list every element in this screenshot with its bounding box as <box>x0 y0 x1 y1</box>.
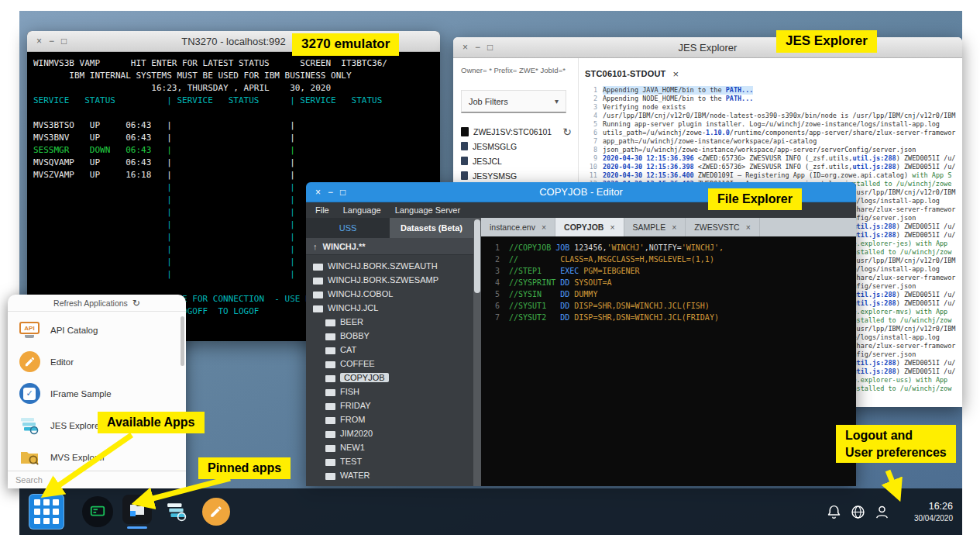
app-label: JES Explorer <box>50 421 102 430</box>
editor-file-tab[interactable]: ZWESVSTC <box>686 218 759 236</box>
editor-file-tab[interactable]: instance.env <box>481 218 555 236</box>
folder-icon <box>325 347 335 354</box>
explorer-mode-tab[interactable]: Datasets (Beta) <box>390 218 473 238</box>
line-number: 2 <box>585 95 597 103</box>
minimize-button[interactable]: − <box>475 43 480 52</box>
dataset-tree-item[interactable]: WATER <box>306 468 473 482</box>
editor-file-tab[interactable]: SAMPLE <box>624 218 686 236</box>
file-icon <box>461 142 468 150</box>
scrollbar-thumb[interactable] <box>474 219 480 293</box>
editor-pencil-icon <box>202 498 230 526</box>
dataset-tree-item[interactable]: JIM2020 <box>306 426 473 440</box>
dataset-tree-item[interactable]: FRIDAY <box>306 398 473 412</box>
dataset-tree-item[interactable]: NEW1 <box>306 440 473 454</box>
dataset-tree-item[interactable]: WINCHJ.BORK.SZWEAUTH <box>306 259 473 273</box>
dataset-tree-item[interactable]: WINCHJ.BORK.SZWESAMP <box>306 273 473 287</box>
code-line: 7 //SYSUT2 DD DISP=SHR,DSN=WINCHJ.JCL(FR… <box>481 312 856 323</box>
minimize-button[interactable]: − <box>328 188 333 197</box>
maximize-button[interactable]: □ <box>487 43 493 52</box>
close-icon[interactable] <box>746 223 751 232</box>
chevron-down-icon: ▾ <box>555 97 559 105</box>
code-text: //SYSPRINT DD SYSOUT=A <box>509 277 611 288</box>
maximize-button[interactable]: □ <box>340 188 346 197</box>
menu-item[interactable]: Language <box>343 205 381 215</box>
dataset-name: NEW1 <box>340 443 365 452</box>
dataset-tree-item[interactable]: TEST <box>306 454 473 468</box>
dataset-tree-item[interactable]: FISH <box>306 385 473 398</box>
refresh-icon[interactable]: ↻ <box>562 126 572 138</box>
line-number: 3 <box>585 103 597 112</box>
dataset-tree-item[interactable]: COPYJOB <box>306 371 473 385</box>
app-item-mvs-explorer[interactable]: MVS Explorer <box>8 441 186 471</box>
folder-icon <box>325 333 335 340</box>
notifications-bell-icon[interactable] <box>825 503 842 520</box>
spool-file-name: JESJCL <box>473 157 502 166</box>
folder-icon <box>325 361 335 368</box>
dataset-tree: WINCHJ.BORK.SZWEAUTH WINCHJ.BORK.SZWESAM… <box>306 255 473 486</box>
close-button[interactable]: × <box>462 43 468 52</box>
job-tree-item[interactable]: ZWEJ1SV:STC06101 ↻ <box>461 124 572 139</box>
editor-file-tab[interactable]: COPYJOB <box>555 218 624 236</box>
settings-globe-icon[interactable] <box>849 503 866 520</box>
folder-icon <box>325 375 335 382</box>
app-item-iframe-sample[interactable]: ✓ IFrame Sample <box>8 378 186 409</box>
pinned-app-3270-terminal[interactable] <box>81 492 114 531</box>
line-number: 4 <box>481 277 500 288</box>
code-area[interactable]: 1 //COPYJOB JOB 123456,'WINCHJ',NOTIFY='… <box>481 236 856 486</box>
dataset-filter-path[interactable]: ↑ WINCHJ.** <box>306 238 473 255</box>
job-filters-dropdown[interactable]: Job Filters ▾ <box>461 90 566 113</box>
spool-file-item[interactable]: JESYSMSG <box>461 168 572 183</box>
dataset-tree-item[interactable]: BEER <box>306 315 473 329</box>
app-list: API API Catalog Editor ✓ IFrame Sample <box>8 312 186 471</box>
maximize-button[interactable]: □ <box>61 36 67 46</box>
spool-output-tab[interactable]: STC06101-STDOUT <box>585 64 679 83</box>
dataset-tree-item[interactable]: FROM <box>306 412 473 426</box>
job-icon <box>461 127 469 136</box>
dataset-tree-item[interactable]: WINCHJ.COBOL <box>306 287 473 301</box>
dataset-tree-item[interactable]: BOBBY <box>306 329 473 343</box>
user-icon[interactable] <box>873 503 890 520</box>
menu-item[interactable]: Language Server <box>395 205 460 215</box>
spool-file-item[interactable]: JESMSGLG <box>461 139 572 154</box>
spool-file-item[interactable]: JESJCL <box>461 154 572 168</box>
jes-titlebar[interactable]: × − □ JES Explorer <box>453 37 962 58</box>
dataset-tree-item[interactable]: WINCHJ.JCL <box>306 301 473 315</box>
dataset-name: FROM <box>340 415 365 424</box>
close-button[interactable]: × <box>36 36 42 46</box>
job-tree: ZWEJ1SV:STC06101 ↻ JESMSGLG JESJCL JESYS… <box>461 124 578 183</box>
minimize-button[interactable]: − <box>49 36 54 46</box>
line-number: 4 <box>585 112 597 120</box>
pinned-app-jes-explorer[interactable] <box>160 492 193 531</box>
terminal-3270-icon <box>82 496 113 527</box>
app-item-api-catalog[interactable]: API API Catalog <box>8 314 186 346</box>
folder-icon <box>325 319 335 326</box>
refresh-applications-button[interactable]: Refresh Applications ↻ <box>8 295 186 312</box>
dataset-tree-item[interactable]: COFFEE <box>306 357 473 371</box>
scrollbar-thumb[interactable] <box>181 316 184 366</box>
code-line: 4 //SYSPRINT DD SYSOUT=A <box>481 277 856 288</box>
close-icon[interactable] <box>672 68 679 80</box>
close-icon[interactable] <box>672 223 676 232</box>
scrollbar[interactable] <box>473 218 481 486</box>
log-text: utils_path=/u/winchj/zowe-1.10.0/runtime… <box>603 129 955 137</box>
code-line: 5 //SYSIN DD DUMMY <box>481 288 856 300</box>
explorer-mode-tab[interactable]: USS <box>306 218 390 238</box>
app-item-editor[interactable]: Editor <box>8 346 186 378</box>
folder-icon <box>313 278 323 285</box>
pinned-app-file-explorer[interactable] <box>121 492 153 531</box>
log-line: 9 2020-04-30 12:15:36.396 <ZWED:65736> Z… <box>585 154 962 163</box>
close-icon[interactable] <box>542 223 546 232</box>
code-line: 6 //SYSUT1 DD DISP=SHR,DSN=WINCHJ.JCL(FI… <box>481 300 856 312</box>
jes-explorer-icon <box>19 415 40 436</box>
search-input[interactable] <box>8 471 186 488</box>
log-text: Running app-server plugin installer. Log… <box>603 120 940 129</box>
dataset-tree-item[interactable]: CAT <box>306 343 473 357</box>
menu-item[interactable]: File <box>315 205 329 215</box>
pinned-app-editor[interactable] <box>200 492 232 531</box>
window-controls: × − □ <box>453 43 493 52</box>
app-launcher-button[interactable] <box>29 494 64 530</box>
close-icon[interactable] <box>610 223 614 232</box>
close-button[interactable]: × <box>315 188 321 197</box>
dataset-name: WINCHJ.BORK.SZWEAUTH <box>328 261 438 271</box>
dataset-name: WINCHJ.COBOL <box>328 289 393 298</box>
